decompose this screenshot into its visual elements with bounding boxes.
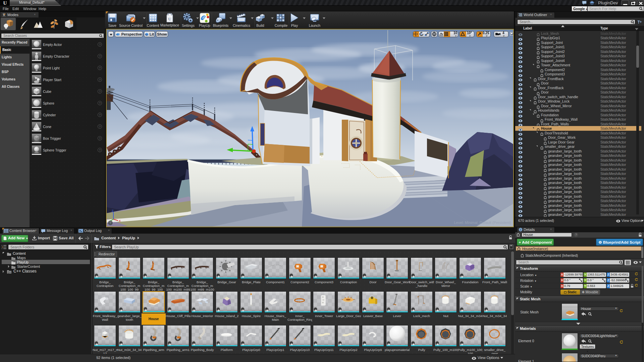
svg-text:?: ?: [109, 221, 111, 225]
svg-text:U: U: [3, 0, 7, 6]
svg-text:Level: Minimal_Default (Persi: Level: Minimal_Default (Persistent): [454, 221, 511, 225]
svg-text:C+: C+: [8, 271, 11, 274]
svg-text:Z: Z: [112, 209, 114, 213]
svg-text:X: X: [119, 219, 121, 223]
svg-text:U: U: [168, 16, 171, 21]
